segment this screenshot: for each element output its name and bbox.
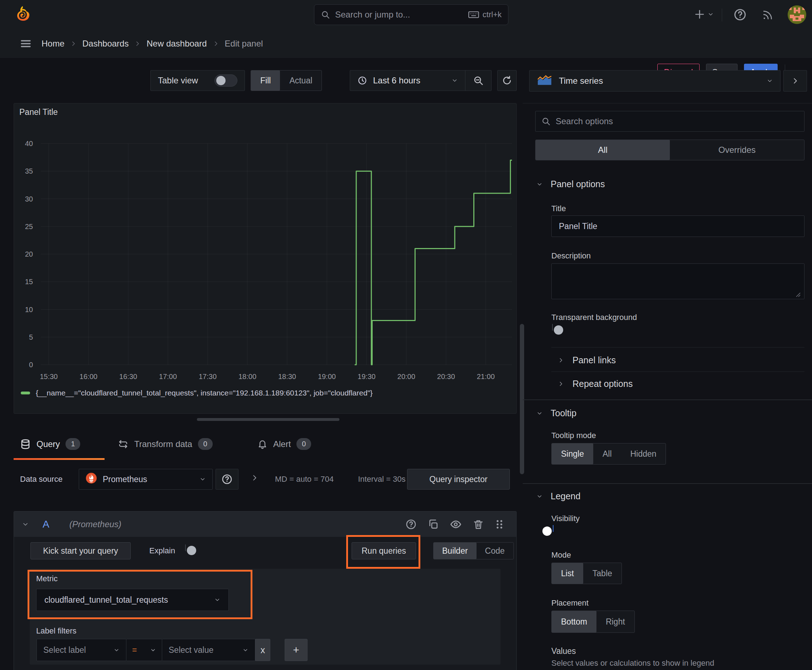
actual-option[interactable]: Actual bbox=[280, 71, 322, 91]
legend-placement-label: Placement bbox=[551, 599, 588, 608]
chevron-down-icon bbox=[536, 181, 543, 188]
run-queries-button[interactable]: Run queries bbox=[352, 542, 416, 559]
hide-query-button[interactable] bbox=[450, 518, 462, 530]
help-circle-icon bbox=[733, 8, 747, 22]
metric-select[interactable]: cloudflared_tunnel_total_requests bbox=[36, 589, 229, 611]
svg-text:21:00: 21:00 bbox=[477, 372, 495, 381]
tooltip-mode-hidden[interactable]: Hidden bbox=[621, 443, 666, 464]
operator-dropdown[interactable]: = bbox=[126, 639, 162, 661]
legend-mode-table[interactable]: Table bbox=[583, 563, 622, 584]
description-textarea[interactable] bbox=[551, 264, 805, 299]
svg-text:20:30: 20:30 bbox=[437, 372, 455, 381]
help-circle-icon bbox=[221, 474, 233, 485]
tab-overrides[interactable]: Overrides bbox=[670, 140, 804, 160]
chevron-down-icon bbox=[707, 11, 714, 17]
transform-count-badge: 0 bbox=[198, 438, 213, 450]
legend-values-label: Values bbox=[551, 646, 576, 656]
explain-toggle[interactable] bbox=[185, 544, 186, 551]
help-button[interactable] bbox=[733, 8, 747, 22]
time-range-controls: Last 6 hours bbox=[350, 70, 492, 91]
max-datapoints-stat: MD = auto = 704 bbox=[275, 475, 334, 484]
legend-section-header[interactable]: Legend bbox=[536, 491, 580, 501]
visualization-picker[interactable]: Time series bbox=[529, 70, 780, 91]
metric-value: cloudflared_tunnel_total_requests bbox=[44, 595, 209, 605]
editor-scrollbar[interactable] bbox=[520, 324, 524, 474]
search-icon bbox=[321, 10, 330, 19]
query-inspector-button[interactable]: Query inspector bbox=[407, 469, 510, 490]
user-avatar[interactable] bbox=[788, 5, 806, 25]
query-help-button[interactable] bbox=[405, 519, 417, 530]
create-new-button[interactable] bbox=[694, 8, 714, 20]
datasource-label: Data source bbox=[20, 475, 63, 484]
panel-title-input[interactable] bbox=[551, 215, 805, 237]
chevron-right-icon bbox=[558, 381, 564, 387]
top-nav: Search or jump to... ctrl+k bbox=[0, 0, 812, 30]
breadcrumb-new-dashboard[interactable]: New dashboard bbox=[146, 39, 207, 49]
mega-menu-toggle[interactable] bbox=[19, 38, 32, 49]
chevron-down-icon bbox=[199, 476, 206, 482]
drag-handle-icon[interactable] bbox=[495, 519, 504, 530]
legend-visibility-toggle[interactable] bbox=[553, 525, 554, 532]
panel-resize-handle[interactable] bbox=[197, 418, 339, 421]
table-view-toggle[interactable] bbox=[214, 74, 237, 86]
time-series-chart[interactable]: 051015202530354015:3016:0016:3017:0017:3… bbox=[14, 107, 517, 390]
transparent-background-toggle[interactable] bbox=[552, 324, 553, 331]
chevron-down-icon[interactable] bbox=[22, 521, 29, 528]
repeat-options-section-header[interactable]: Repeat options bbox=[558, 379, 632, 389]
tab-all[interactable]: All bbox=[536, 140, 670, 160]
chevron-right-icon bbox=[558, 357, 564, 363]
time-range-picker[interactable]: Last 6 hours bbox=[350, 76, 465, 86]
tooltip-mode-single[interactable]: Single bbox=[552, 443, 593, 464]
toggle-options-pane-button[interactable] bbox=[783, 70, 807, 91]
legend-mode-list[interactable]: List bbox=[552, 563, 583, 584]
grafana-edit-panel-page: Search or jump to... ctrl+k bbox=[0, 0, 812, 670]
label-filter-row: Select label = Select value x + bbox=[37, 639, 308, 661]
select-value-dropdown[interactable]: Select value bbox=[162, 639, 255, 661]
panel-options-section-header[interactable]: Panel options bbox=[536, 179, 605, 189]
table-view-label: Table view bbox=[158, 76, 198, 86]
duplicate-query-button[interactable] bbox=[427, 519, 439, 530]
fill-option[interactable]: Fill bbox=[251, 71, 280, 91]
tooltip-section-header[interactable]: Tooltip bbox=[536, 408, 576, 418]
database-icon bbox=[20, 439, 31, 450]
query-ref-id[interactable]: A bbox=[42, 519, 49, 530]
grafana-logo-icon[interactable] bbox=[13, 5, 32, 26]
refresh-button[interactable] bbox=[497, 70, 517, 91]
time-range-label: Last 6 hours bbox=[373, 76, 420, 86]
options-search-box[interactable]: Search options bbox=[535, 111, 805, 132]
svg-text:10: 10 bbox=[25, 306, 33, 313]
add-filter-button[interactable]: + bbox=[285, 639, 308, 661]
chart-legend[interactable]: {__name__="cloudflared_tunnel_total_requ… bbox=[21, 389, 373, 397]
delete-query-button[interactable] bbox=[473, 519, 484, 530]
datasource-picker[interactable]: Prometheus bbox=[79, 469, 213, 490]
svg-text:18:00: 18:00 bbox=[239, 372, 256, 381]
remove-filter-button[interactable]: x bbox=[255, 639, 270, 661]
expand-options-button[interactable] bbox=[251, 474, 258, 482]
chevron-down-icon bbox=[766, 78, 773, 84]
breadcrumb-home[interactable]: Home bbox=[42, 39, 64, 49]
svg-text:15:30: 15:30 bbox=[40, 372, 58, 381]
legend-series-label[interactable]: {__name__="cloudflared_tunnel_total_requ… bbox=[36, 389, 373, 397]
kick-start-query-button[interactable]: Kick start your query bbox=[31, 542, 131, 559]
query-row-header[interactable]: A (Prometheus) bbox=[14, 511, 516, 537]
section-divider bbox=[523, 399, 812, 400]
legend-placement-right[interactable]: Right bbox=[597, 611, 634, 633]
tab-transform-data[interactable]: Transform data 0 bbox=[118, 438, 213, 450]
builder-option[interactable]: Builder bbox=[434, 543, 476, 559]
panel-links-section-header[interactable]: Panel links bbox=[558, 355, 616, 365]
breadcrumb-dashboards[interactable]: Dashboards bbox=[82, 39, 129, 49]
tooltip-mode-all[interactable]: All bbox=[593, 443, 621, 464]
tab-query[interactable]: Query 1 bbox=[20, 438, 80, 450]
chevron-down-icon bbox=[114, 647, 120, 653]
datasource-help-button[interactable] bbox=[215, 469, 239, 490]
bell-icon bbox=[258, 439, 268, 449]
global-search-box[interactable]: Search or jump to... ctrl+k bbox=[314, 4, 509, 25]
select-label-dropdown[interactable]: Select label bbox=[37, 639, 126, 661]
svg-text:35: 35 bbox=[25, 167, 33, 175]
active-tab-indicator bbox=[14, 458, 105, 460]
code-option[interactable]: Code bbox=[476, 543, 514, 559]
zoom-out-button[interactable] bbox=[465, 71, 491, 91]
tab-alert[interactable]: Alert 0 bbox=[258, 438, 311, 450]
legend-placement-bottom[interactable]: Bottom bbox=[552, 611, 597, 633]
news-button[interactable] bbox=[762, 9, 773, 21]
